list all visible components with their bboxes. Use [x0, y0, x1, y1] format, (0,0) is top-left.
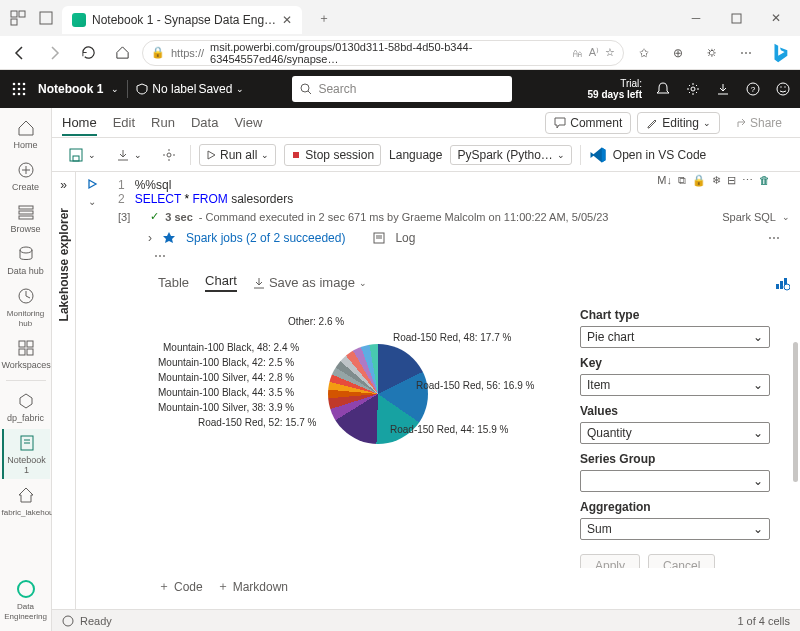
back-button[interactable] — [6, 39, 34, 67]
spark-jobs-link[interactable]: Spark jobs (2 of 2 succeeded) — [186, 231, 345, 245]
refresh-button[interactable] — [74, 39, 102, 67]
gear-icon[interactable] — [156, 145, 182, 165]
svg-rect-4 — [732, 14, 741, 23]
address-bar[interactable]: 🔒 https://msit.powerbi.com/groups/0130d3… — [142, 40, 624, 66]
stop-session-button[interactable]: Stop session — [284, 144, 381, 166]
chevron-down-icon[interactable]: ⌄ — [111, 84, 119, 94]
nav-persona[interactable]: Data Engineering — [2, 575, 50, 625]
tab-view[interactable]: View — [234, 115, 262, 130]
read-aloud-icon[interactable]: A⁾ — [589, 46, 599, 59]
forward-button — [40, 39, 68, 67]
settings-icon[interactable] — [684, 80, 702, 98]
expand-icon[interactable]: » — [60, 178, 67, 192]
values-select[interactable]: Quantity⌄ — [580, 422, 770, 444]
subtab-chart[interactable]: Chart — [205, 273, 237, 292]
nav-notebook[interactable]: Notebook 1 — [2, 429, 50, 479]
bing-icon[interactable] — [766, 39, 794, 67]
output-more-icon[interactable]: ⋯ — [768, 231, 780, 245]
tab-edit[interactable]: Edit — [113, 115, 135, 130]
menu-tabs: Home Edit Run Data View Comment Editing⌄… — [52, 108, 800, 138]
nav-create[interactable]: Create — [2, 156, 50, 196]
nav-monitoring[interactable]: Monitoring hub — [2, 282, 50, 332]
browser-tab[interactable]: Notebook 1 - Synapse Data Eng… ✕ — [62, 6, 302, 34]
search-input[interactable]: Search — [292, 76, 512, 102]
delete-cell-icon[interactable]: 🗑 — [759, 174, 770, 187]
svg-rect-46 — [780, 281, 783, 289]
language-select[interactable]: PySpark (Pytho…⌄ — [450, 145, 571, 165]
copy-icon[interactable]: ⧉ — [678, 174, 686, 187]
add-code-button[interactable]: ＋ Code — [158, 578, 203, 595]
sensitivity-label[interactable]: No labelSaved ⌄ — [136, 82, 244, 96]
nav-browse[interactable]: Browse — [2, 198, 50, 238]
close-window-icon[interactable]: ✕ — [758, 4, 794, 32]
cell-chevron-icon[interactable]: ⌄ — [88, 196, 96, 207]
more-cell-icon[interactable]: ⋯ — [742, 174, 753, 187]
tab-actions-icon[interactable] — [34, 6, 58, 30]
trial-status: Trial:59 days left — [588, 78, 642, 100]
collapse-icon[interactable]: ⊟ — [727, 174, 736, 187]
open-vscode-button[interactable]: Open in VS Code — [589, 146, 706, 164]
home-button[interactable] — [108, 39, 136, 67]
chart-type-select[interactable]: Pie chart⌄ — [580, 326, 770, 348]
minimize-icon[interactable]: ─ — [678, 4, 714, 32]
svg-point-8 — [13, 88, 16, 91]
app-launcher-icon[interactable] — [8, 78, 30, 100]
maximize-icon[interactable] — [718, 4, 754, 32]
notebook-name[interactable]: Notebook 1 — [38, 82, 103, 96]
freeze-icon[interactable]: ❄ — [712, 174, 721, 187]
subtab-table[interactable]: Table — [158, 275, 189, 290]
svg-rect-32 — [19, 349, 25, 355]
favorites-icon[interactable]: ✩ — [630, 39, 658, 67]
url-text: msit.powerbi.com/groups/0130d311-58bd-4d… — [210, 41, 560, 65]
nav-home[interactable]: Home — [2, 114, 50, 154]
editing-button[interactable]: Editing⌄ — [637, 112, 720, 134]
lock-icon[interactable]: 🔒 — [692, 174, 706, 187]
nav-workspaces[interactable]: Workspaces — [2, 334, 50, 374]
log-link[interactable]: Log — [395, 231, 415, 245]
close-tab-icon[interactable]: ✕ — [282, 13, 292, 27]
comment-button[interactable]: Comment — [545, 112, 631, 134]
lakehouse-panel[interactable]: » Lakehouse explorer — [52, 172, 76, 609]
apply-button[interactable]: Apply — [580, 554, 640, 568]
save-button[interactable]: ⌄ — [62, 144, 102, 166]
expand-jobs-icon[interactable]: › — [148, 231, 152, 245]
download-button[interactable]: ⌄ — [110, 145, 148, 165]
svg-point-49 — [63, 616, 73, 626]
key-select[interactable]: Item⌄ — [580, 374, 770, 396]
add-markdown-button[interactable]: ＋ Markdown — [217, 578, 288, 595]
nav-lakehouse[interactable]: fabric_lakehouse — [2, 481, 50, 521]
kernel-lang[interactable]: Spark SQL — [722, 211, 776, 223]
svg-point-7 — [23, 83, 26, 86]
smile-icon[interactable] — [774, 80, 792, 98]
md-toggle[interactable]: M↓ — [657, 174, 672, 187]
aggregation-select[interactable]: Sum⌄ — [580, 518, 770, 540]
share-button[interactable]: Share — [726, 112, 790, 134]
svg-rect-2 — [11, 19, 17, 25]
nav-dpfabric[interactable]: dp_fabric — [2, 387, 50, 427]
extensions-icon[interactable]: ⛭ — [698, 39, 726, 67]
help-icon[interactable]: ? — [744, 80, 762, 98]
tab-run[interactable]: Run — [151, 115, 175, 130]
run-all-button[interactable]: Run all⌄ — [199, 144, 276, 166]
scrollbar[interactable] — [793, 342, 798, 482]
download-icon[interactable] — [714, 80, 732, 98]
tab-data[interactable]: Data — [191, 115, 218, 130]
save-image-button[interactable]: Save as image⌄ — [253, 275, 367, 290]
reader-icon[interactable]: 🗛 — [572, 47, 583, 59]
nav-datahub[interactable]: Data hub — [2, 240, 50, 280]
notification-icon[interactable] — [654, 80, 672, 98]
new-tab-button[interactable]: ＋ — [310, 4, 338, 32]
exec-count: [3] — [118, 211, 130, 223]
run-cell-icon[interactable] — [86, 178, 98, 190]
cancel-button[interactable]: Cancel — [648, 554, 715, 568]
tab-home[interactable]: Home — [62, 115, 97, 136]
chart-settings-icon[interactable] — [774, 275, 790, 291]
svg-point-16 — [691, 87, 695, 91]
series-select[interactable]: ⌄ — [580, 470, 770, 492]
favorite-icon[interactable]: ☆ — [605, 46, 615, 59]
collections-icon[interactable]: ⊕ — [664, 39, 692, 67]
toolbar: ⌄ ⌄ Run all⌄ Stop session Language PySpa… — [52, 138, 800, 172]
log-icon — [373, 232, 385, 244]
workspaces-icon[interactable] — [6, 6, 30, 30]
more-icon[interactable]: ⋯ — [732, 39, 760, 67]
